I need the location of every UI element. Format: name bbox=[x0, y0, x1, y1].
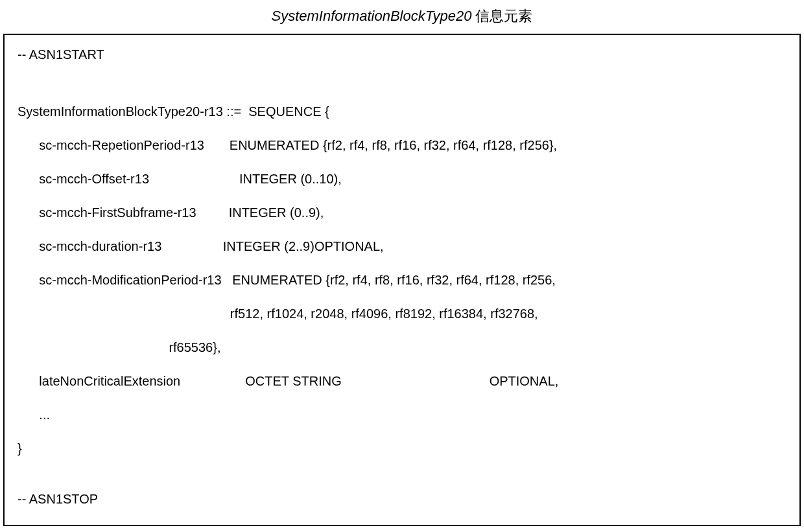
field-name: lateNonCriticalExtension bbox=[39, 374, 180, 388]
asn1-start-marker: -- ASN1START bbox=[18, 45, 786, 64]
field-name: sc-mcch-FirstSubframe-r13 bbox=[39, 205, 196, 220]
sequence-keyword: SEQUENCE { bbox=[248, 104, 329, 119]
field-name: sc-mcch-ModificationPeriod-r13 bbox=[39, 273, 221, 287]
title-chinese-part: 信息元素 bbox=[475, 8, 532, 24]
field-duration: sc-mcch-duration-r13 INTEGER (2..9)OPTIO… bbox=[18, 237, 786, 255]
field-type-continuation: rf512, rf1024, r2048, rf4096, rf8192, rf… bbox=[230, 306, 538, 321]
field-name: sc-mcch-RepetionPeriod-r13 bbox=[39, 138, 204, 152]
field-name: sc-mcch-duration-r13 bbox=[39, 239, 161, 253]
type-definition-line: SystemInformationBlockType20-r13 ::= SEQ… bbox=[18, 102, 786, 121]
field-type-continuation: rf65536}, bbox=[169, 340, 220, 354]
field-first-subframe: sc-mcch-FirstSubframe-r13 INTEGER (0..9)… bbox=[18, 203, 786, 222]
field-type: OCTET STRING bbox=[245, 374, 342, 388]
field-type: INTEGER (2..9)OPTIONAL, bbox=[223, 239, 384, 253]
field-modification-period-l2: rf512, rf1024, r2048, rf4096, rf8192, rf… bbox=[18, 305, 786, 323]
field-repetition-period: sc-mcch-RepetionPeriod-r13 ENUMERATED {r… bbox=[18, 136, 786, 154]
field-modification-period-l3: rf65536}, bbox=[18, 338, 786, 356]
field-offset: sc-mcch-Offset-r13 INTEGER (0..10), bbox=[18, 170, 786, 188]
field-type: ENUMERATED {rf2, rf4, rf8, rf16, rf32, r… bbox=[230, 138, 557, 152]
asn1-stop-marker: -- ASN1STOP bbox=[18, 490, 786, 508]
type-name: SystemInformationBlockType20-r13 ::= bbox=[18, 104, 241, 119]
field-optional: OPTIONAL, bbox=[490, 374, 559, 388]
field-type: INTEGER (0..10), bbox=[239, 172, 342, 186]
asn1-code-block: -- ASN1START SystemInformationBlockType2… bbox=[3, 34, 801, 526]
field-late-extension: lateNonCriticalExtension OCTET STRING OP… bbox=[18, 372, 786, 390]
ellipsis-line: ... bbox=[18, 406, 786, 424]
document-title: SystemInformationBlockType20信息元素 bbox=[3, 6, 801, 26]
field-modification-period-l1: sc-mcch-ModificationPeriod-r13 ENUMERATE… bbox=[18, 271, 786, 289]
field-type: INTEGER (0..9), bbox=[229, 205, 324, 220]
ellipsis: ... bbox=[39, 408, 50, 422]
close-brace-line: } bbox=[18, 439, 786, 457]
title-italic-part: SystemInformationBlockType20 bbox=[272, 8, 472, 24]
field-name: sc-mcch-Offset-r13 bbox=[39, 172, 149, 186]
field-type: ENUMERATED {rf2, rf4, rf8, rf16, rf32, r… bbox=[232, 273, 556, 287]
